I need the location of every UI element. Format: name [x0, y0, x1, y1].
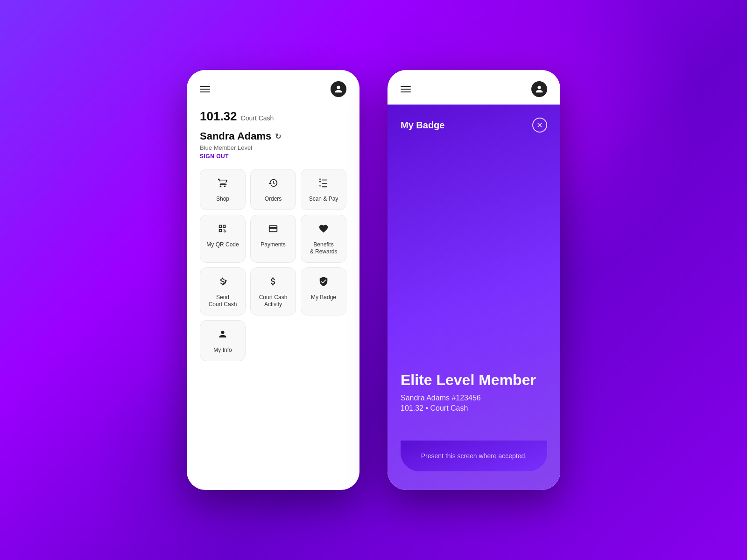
menu-item-payments[interactable]: Payments — [250, 215, 296, 263]
badge-footer-text: Present this screen where accepted. — [421, 452, 527, 460]
send-court-cash-label: SendCourt Cash — [209, 294, 237, 308]
menu-grid-row1: Shop Orders Scan & Pay — [200, 169, 346, 315]
badge-card: My Badge Elite Level Member Sandra Adams… — [388, 105, 560, 490]
close-button[interactable] — [532, 118, 547, 133]
payments-label: Payments — [261, 241, 285, 249]
right-header — [388, 70, 560, 105]
my-info-icon — [218, 329, 228, 342]
menu-icon[interactable] — [200, 86, 210, 92]
elite-level-text: Elite Level Member — [401, 372, 547, 388]
user-name-row: Sandra Adams ↻ — [200, 130, 346, 142]
court-cash-activity-label: Court CashActivity — [259, 294, 288, 308]
benefits-icon — [318, 224, 329, 237]
menu-item-scan-pay[interactable]: Scan & Pay — [301, 169, 346, 210]
left-body: 101.32 Court Cash Sandra Adams ↻ Blue Me… — [187, 105, 359, 374]
badge-balance: 101.32 — [401, 404, 423, 412]
badge-footer: Present this screen where accepted. — [401, 441, 547, 471]
menu-item-orders[interactable]: Orders — [250, 169, 296, 210]
payments-icon — [268, 224, 278, 237]
orders-icon — [268, 178, 278, 191]
sign-out-button[interactable]: SIGN OUT — [200, 153, 346, 160]
badge-currency: Court Cash — [430, 404, 468, 412]
shop-icon — [218, 178, 228, 191]
menu-item-shop[interactable]: Shop — [200, 169, 246, 210]
menu-item-my-info[interactable]: My Info — [200, 320, 246, 361]
badge-header: My Badge — [401, 118, 547, 133]
balance-label: Court Cash — [241, 114, 274, 122]
shop-label: Shop — [216, 196, 229, 203]
refresh-icon[interactable]: ↻ — [275, 132, 281, 141]
right-menu-icon[interactable] — [401, 86, 411, 92]
badge-content: Elite Level Member Sandra Adams #123456 … — [401, 161, 547, 422]
send-court-cash-icon — [218, 276, 228, 289]
badge-court-cash: 101.32 • Court Cash — [401, 404, 547, 413]
court-cash-activity-icon — [268, 276, 278, 289]
right-phone: My Badge Elite Level Member Sandra Adams… — [388, 70, 560, 490]
balance-amount: 101.32 — [200, 109, 237, 124]
menu-item-qr-code[interactable]: My QR Code — [200, 215, 246, 263]
badge-user-name: Sandra Adams #123456 — [401, 394, 547, 402]
orders-label: Orders — [265, 196, 282, 203]
right-account-icon[interactable] — [531, 81, 547, 97]
scan-pay-label: Scan & Pay — [309, 196, 338, 203]
menu-grid-bottom: My Info — [200, 320, 346, 361]
badge-title: My Badge — [401, 120, 444, 131]
scan-pay-icon — [318, 178, 329, 191]
left-phone: 101.32 Court Cash Sandra Adams ↻ Blue Me… — [187, 70, 359, 490]
account-icon[interactable] — [331, 81, 346, 97]
benefits-label: Benefits& Rewards — [310, 241, 338, 256]
menu-item-court-cash-activity[interactable]: Court CashActivity — [250, 267, 296, 315]
qr-code-label: My QR Code — [206, 241, 239, 249]
my-badge-icon — [318, 276, 329, 289]
menu-item-benefits[interactable]: Benefits& Rewards — [301, 215, 346, 263]
user-name-text: Sandra Adams — [200, 130, 271, 142]
my-badge-label: My Badge — [311, 294, 336, 301]
left-header — [187, 70, 359, 105]
menu-item-send-court-cash[interactable]: SendCourt Cash — [200, 267, 246, 315]
member-level: Blue Member Level — [200, 144, 346, 151]
menu-item-my-badge[interactable]: My Badge — [301, 267, 346, 315]
my-info-label: My Info — [213, 347, 232, 354]
badge-dot: • — [425, 404, 428, 412]
qr-code-icon — [218, 224, 228, 237]
balance-row: 101.32 Court Cash — [200, 109, 346, 124]
